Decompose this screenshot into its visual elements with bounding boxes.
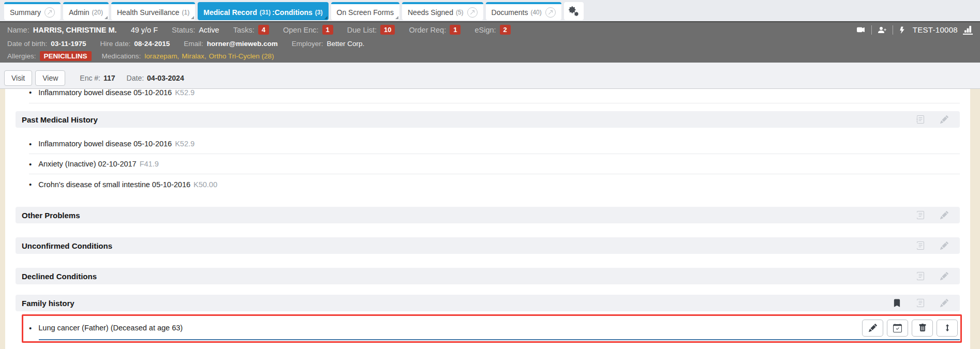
person-add-icon[interactable]: [878, 26, 887, 34]
esign-count-badge[interactable]: 2: [500, 25, 511, 35]
due-list-count-badge[interactable]: 10: [380, 25, 395, 35]
allergy-badge[interactable]: PENICILLINS: [40, 51, 92, 61]
family-history-item[interactable]: Lung cancer (Father) (Deceased at age 63…: [29, 317, 960, 338]
past-medical-history-list: Inflammatory bowel disease 05-10-2016 K5…: [16, 134, 960, 194]
pencil-icon[interactable]: [940, 272, 948, 280]
open-enc-count-badge[interactable]: 1: [322, 25, 333, 35]
dob-value: 03-11-1975: [51, 40, 86, 48]
section-unconfirmed-conditions: Unconfirmed Conditions: [16, 237, 960, 254]
clipped-scroll-item: Inflammatory bowel disease 05-10-2016 K5…: [16, 89, 960, 103]
dob-label: Date of birth:: [7, 40, 47, 48]
patient-header: Name:HARRIS, CHRISTINE M. 49 y/o F Statu…: [0, 21, 980, 63]
enc-number-value: 117: [103, 74, 115, 82]
divider: [871, 25, 872, 35]
condition-code: F41.9: [140, 160, 159, 168]
view-button[interactable]: View: [35, 70, 65, 86]
schedule-item-button[interactable]: [887, 320, 908, 337]
tasks-count-badge[interactable]: 4: [258, 25, 269, 35]
tab-bar: Summary Admin (20) Health Surveillance (…: [0, 0, 980, 21]
pencil-icon[interactable]: [940, 211, 948, 219]
trash-icon: [918, 324, 927, 332]
tab-needs-signed-count: (5): [456, 9, 464, 16]
employer-value: Better Corp.: [326, 40, 364, 48]
tab-summary[interactable]: Summary: [4, 2, 61, 20]
tab-on-screen-forms-label: On Screen Forms: [337, 8, 394, 17]
tab-documents-label: Documents: [492, 8, 528, 17]
name-label: Name:: [7, 26, 29, 34]
tab-summary-label: Summary: [10, 8, 41, 17]
item-actions: [862, 320, 960, 337]
bookmark-icon[interactable]: [893, 299, 901, 307]
condition-item[interactable]: Inflammatory bowel disease 05-10-2016 K5…: [29, 134, 960, 154]
employer-label: Employer:: [292, 40, 323, 48]
section-title: Declined Conditions: [22, 272, 97, 281]
bar-chart-icon[interactable]: [963, 25, 973, 35]
tab-admin[interactable]: Admin (20): [63, 2, 109, 20]
status-label: Status:: [172, 26, 195, 34]
popout-icon[interactable]: [545, 7, 556, 18]
condition-item[interactable]: Crohn's disease of small intestine 05-10…: [29, 174, 960, 194]
section-title: Other Problems: [22, 211, 80, 220]
condition-text: Inflammatory bowel disease 05-10-2016: [38, 140, 172, 148]
medications-label: Medications:: [102, 52, 141, 60]
journal-icon[interactable]: [916, 272, 925, 280]
section-declined-conditions: Declined Conditions: [16, 268, 960, 284]
popout-icon[interactable]: [467, 7, 478, 18]
section-title: Unconfirmed Conditions: [22, 241, 112, 250]
condition-code: K52.9: [175, 89, 195, 97]
vertical-resize-icon: [943, 324, 952, 332]
due-list-label: Due List:: [347, 26, 377, 34]
journal-icon[interactable]: [916, 241, 925, 250]
condition-item[interactable]: Anxiety (Inactive) 02-10-2017 F41.9: [29, 154, 960, 174]
divider: [893, 25, 893, 35]
visit-button[interactable]: Visit: [4, 70, 32, 86]
condition-text: Inflammatory bowel disease 05-10-2016: [38, 89, 172, 97]
medication-link[interactable]: Miralax,: [182, 52, 206, 60]
order-req-count-badge[interactable]: 1: [450, 25, 461, 35]
condition-text: Crohn's disease of small intestine 05-10…: [38, 180, 190, 189]
tab-admin-label: Admin: [69, 8, 90, 17]
enc-date-value: 04-03-2024: [147, 74, 184, 82]
lightning-icon[interactable]: [899, 26, 905, 34]
enc-number-label: Enc #:: [80, 74, 100, 82]
journal-icon[interactable]: [916, 211, 925, 219]
section-family-history: Family history: [16, 295, 960, 311]
medication-link[interactable]: Ortho Tri-Cyclen (28): [209, 52, 274, 60]
enc-date-label: Date:: [127, 74, 144, 82]
patient-status: Active: [199, 26, 219, 34]
esign-label: eSign:: [474, 26, 496, 34]
delete-item-button[interactable]: [912, 320, 933, 337]
hire-date-label: Hire date:: [100, 40, 131, 48]
calendar-check-icon: [893, 324, 902, 332]
journal-icon[interactable]: [916, 299, 925, 307]
tab-medical-record[interactable]: Medical Record (31) :Conditions (3): [198, 2, 328, 20]
pencil-icon[interactable]: [940, 241, 948, 250]
popout-icon[interactable]: [44, 7, 55, 18]
condition-code: K50.00: [194, 180, 217, 189]
order-req-label: Order Req:: [409, 26, 446, 34]
section-title: Past Medical History: [22, 115, 98, 124]
edit-item-button[interactable]: [862, 320, 883, 337]
pencil-icon[interactable]: [940, 115, 948, 124]
medication-link[interactable]: lorazepam,: [144, 52, 179, 60]
tab-health-surveillance-count: (1): [182, 9, 190, 16]
tab-on-screen-forms[interactable]: On Screen Forms: [331, 2, 399, 20]
pencil-icon[interactable]: [940, 299, 948, 307]
video-camera-icon[interactable]: [856, 26, 866, 34]
tab-health-surveillance[interactable]: Health Surveillance (1): [111, 2, 195, 20]
patient-allergy-row: Allergies:PENICILLINS Medications: loraz…: [0, 50, 980, 63]
reorder-item-button[interactable]: [937, 320, 958, 337]
condition-code: K52.9: [175, 140, 195, 148]
condition-item[interactable]: Inflammatory bowel disease 05-10-2016 K5…: [29, 89, 960, 102]
journal-icon[interactable]: [916, 115, 925, 124]
tab-needs-signed[interactable]: Needs Signed (5): [402, 2, 483, 20]
tab-needs-signed-label: Needs Signed: [408, 8, 453, 17]
allergies-label: Allergies:: [7, 52, 36, 60]
patient-name: HARRIS, CHRISTINE M.: [33, 26, 117, 34]
tab-medical-record-suffix-count: (3): [315, 9, 323, 16]
condition-text: Anxiety (Inactive) 02-10-2017: [38, 160, 136, 168]
tab-documents[interactable]: Documents (40): [486, 2, 561, 20]
tab-medical-record-label: Medical Record: [203, 8, 257, 17]
tab-settings-button[interactable]: [564, 2, 584, 20]
separator: [29, 103, 960, 103]
